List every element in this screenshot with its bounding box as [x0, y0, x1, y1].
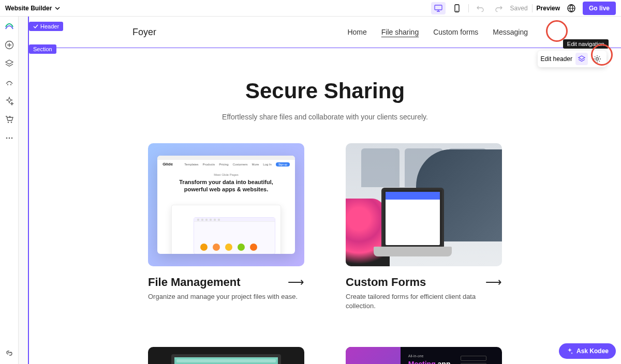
site-brand[interactable]: Foyer	[132, 27, 156, 38]
undo-button[interactable]	[473, 2, 487, 14]
sparkle-icon	[566, 347, 573, 355]
mock-browser: Glide Templates Products Pricing Custome…	[157, 156, 295, 254]
ask-kodee-button[interactable]: Ask Kodee	[559, 343, 616, 359]
nav-custom-forms[interactable]: Custom forms	[433, 28, 478, 36]
section-badge[interactable]: Section	[29, 44, 56, 54]
left-rail	[0, 17, 19, 364]
save-status: Saved	[510, 5, 528, 12]
chevron-down-icon	[55, 6, 60, 11]
more-button[interactable]	[5, 133, 14, 143]
nav-messaging[interactable]: Messaging	[493, 28, 528, 36]
svg-point-6	[10, 122, 11, 123]
globe-button[interactable]	[564, 2, 579, 14]
page-subtitle: Effortlessly share files and collaborate…	[206, 112, 444, 123]
divider	[532, 4, 533, 12]
nav-home[interactable]: Home	[347, 28, 366, 36]
globe-icon	[567, 4, 575, 12]
undo-icon	[477, 5, 484, 12]
svg-point-2	[456, 10, 457, 11]
card-title: Custom Forms	[346, 276, 426, 289]
svg-rect-0	[435, 5, 442, 10]
redo-button[interactable]	[492, 2, 506, 14]
header-settings-button[interactable]	[591, 53, 603, 65]
topbar-actions: Saved Preview Go live	[431, 2, 616, 15]
desktop-view-button[interactable]	[431, 2, 446, 14]
editor-canvas: Header Section Foyer Home File sharing C…	[19, 17, 621, 364]
card-description: Create tailored forms for efficient clie…	[346, 292, 502, 311]
app-name: Website Builder	[5, 5, 52, 12]
feature-card[interactable]	[148, 347, 304, 364]
card-title: File Management	[148, 276, 240, 289]
svg-point-5	[7, 122, 8, 123]
edit-header-popover: Edit header	[538, 51, 607, 67]
header-selection-badge[interactable]: Header	[29, 22, 63, 31]
card-image	[346, 143, 502, 266]
glide-brand: Glide	[162, 162, 173, 166]
site-header[interactable]: Foyer Home File sharing Custom forms Mes…	[29, 17, 621, 48]
edit-header-label: Edit header	[541, 55, 572, 63]
gear-icon	[593, 55, 601, 63]
canvas-inner[interactable]: Header Section Foyer Home File sharing C…	[28, 17, 621, 364]
svg-point-10	[596, 58, 599, 60]
card-image	[148, 347, 304, 364]
app-topbar: Website Builder Saved Preview Go live	[0, 0, 621, 17]
layers-button[interactable]	[5, 59, 14, 68]
app-switcher[interactable]: Website Builder	[5, 5, 60, 12]
add-button[interactable]	[5, 40, 14, 50]
hero-section[interactable]: Secure Sharing Effortlessly share files …	[29, 48, 621, 143]
header-badge-label: Header	[40, 23, 59, 29]
card-image: All-in-one Meeting app	[346, 347, 502, 364]
edit-navigation-tooltip: Edit navigation	[563, 39, 609, 49]
preview-button[interactable]: Preview	[537, 5, 560, 12]
rail-logo-icon[interactable]	[5, 22, 14, 31]
feature-card[interactable]: Custom Forms ⟶ Create tailored forms for…	[346, 143, 502, 311]
divider	[468, 4, 469, 12]
mobile-icon	[454, 4, 460, 12]
layers-icon	[578, 55, 586, 63]
arrow-right-icon[interactable]: ⟶	[288, 276, 304, 289]
page-title: Secure Sharing	[39, 79, 611, 103]
feature-card[interactable]: Glide Templates Products Pricing Custome…	[148, 143, 304, 311]
edit-navigation-button[interactable]	[575, 53, 588, 65]
section-divider-line	[29, 48, 621, 48]
styles-button[interactable]	[5, 78, 14, 87]
card-image: Glide Templates Products Pricing Custome…	[148, 143, 304, 266]
mobile-view-button[interactable]	[450, 2, 464, 14]
redo-icon	[495, 5, 502, 12]
feature-card[interactable]: All-in-one Meeting app	[346, 347, 502, 364]
ai-button[interactable]	[5, 96, 14, 105]
link-button[interactable]	[5, 348, 14, 358]
site-nav: Home File sharing Custom forms Messaging	[347, 28, 528, 36]
svg-point-8	[8, 138, 10, 139]
svg-point-7	[6, 138, 7, 139]
arrow-right-icon[interactable]: ⟶	[485, 276, 502, 289]
go-live-button[interactable]: Go live	[583, 2, 616, 15]
card-description: Organize and manage your project files w…	[148, 292, 304, 301]
desktop-icon	[434, 5, 442, 12]
svg-point-9	[11, 138, 12, 139]
feature-grid: Glide Templates Products Pricing Custome…	[29, 143, 621, 364]
nav-file-sharing[interactable]: File sharing	[381, 28, 419, 36]
ask-kodee-label: Ask Kodee	[576, 347, 609, 355]
check-icon	[33, 24, 38, 29]
cart-button[interactable]	[5, 115, 14, 124]
